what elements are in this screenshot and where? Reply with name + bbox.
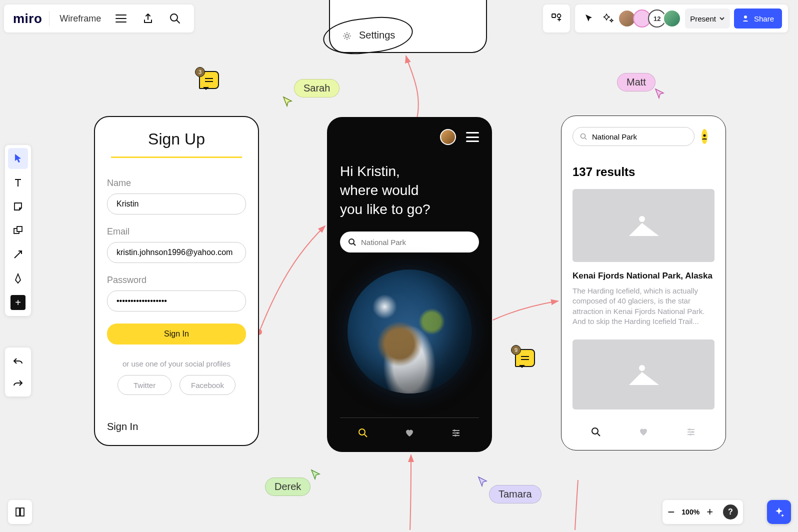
cursor-arrow-icon [282,96,294,108]
hamburger-icon [116,14,126,23]
svg-point-12 [456,432,458,434]
select-tool[interactable] [8,148,28,169]
earth-image [348,270,472,394]
search-icon [348,238,356,246]
search-input[interactable] [361,238,471,246]
frames-panel-button[interactable] [8,500,32,524]
results-bottom-tabs [572,427,714,439]
redo-button[interactable] [8,372,28,394]
zoom-controls: − 100% + ? [662,500,743,524]
shape-tool[interactable] [8,220,28,241]
sliders-icon [451,428,461,438]
svg-point-10 [359,429,365,435]
svg-point-17 [688,428,690,430]
name-label: Name [107,178,246,188]
menu-button[interactable] [466,132,479,142]
user-avatar[interactable] [440,129,456,145]
collaborator-avatars[interactable]: 12 [621,10,681,28]
tab-search[interactable] [358,428,368,440]
password-input[interactable] [107,290,246,312]
comment-thread[interactable]: 9 [515,349,535,367]
sticky-icon [13,202,23,212]
svg-rect-21 [20,508,24,516]
export-button[interactable] [138,8,158,28]
comment-count: 9 [511,345,521,355]
plus-icon: + [10,295,26,310]
pen-tool[interactable] [8,268,28,289]
search-field[interactable] [340,232,479,252]
text-tool[interactable] [8,172,28,193]
greeting-line: you like to go? [340,200,479,219]
search-icon [591,427,601,437]
facebook-button[interactable]: Facebook [180,375,236,395]
svg-point-9 [349,239,354,244]
result-title[interactable]: Kenai Fjords National Park, Alaska [572,271,714,281]
zoom-level[interactable]: 100% [682,508,700,516]
social-hint: or use one of your social profiles [107,360,246,368]
name-input[interactable] [107,194,246,214]
password-label: Password [107,275,246,286]
svg-rect-3 [552,14,556,18]
svg-point-15 [704,134,706,137]
result-image-placeholder [572,189,714,262]
reactions-button[interactable] [601,8,617,28]
greeting-text: Hi Kristin, where would you like to go? [340,162,479,218]
zoom-in-button[interactable]: + [706,506,713,518]
cursor-sarah: Sarah [294,79,340,98]
cursor-mode-button[interactable] [581,8,597,28]
tab-filters[interactable] [686,427,696,439]
heart-icon [404,428,414,438]
miro-logo[interactable]: miro [13,11,42,26]
email-input[interactable] [107,242,246,263]
comment-lines-icon [204,78,214,82]
toolbelt: + [5,145,31,316]
shapes-icon [13,226,23,236]
undo-button[interactable] [8,350,28,372]
svg-rect-7 [17,226,22,232]
tab-search[interactable] [591,427,601,439]
comment-thread[interactable]: 3 [199,71,219,89]
svg-point-11 [454,430,456,432]
main-menu-button[interactable] [111,8,131,28]
cursor-arrow-icon [310,469,322,481]
apps-button[interactable] [543,4,570,32]
cursor-arrow-icon [477,476,489,488]
result-image-placeholder [572,340,714,410]
help-button[interactable]: ? [723,504,738,520]
search-icon [170,13,180,24]
results-count: 137 results [572,165,714,179]
board-name[interactable]: Wireframe [56,14,104,24]
arrow-icon [13,250,23,260]
sticky-tool[interactable] [8,196,28,217]
tab-favorites[interactable] [638,427,648,439]
comment-lines-icon [520,356,530,360]
submit-button[interactable]: Sign In [107,324,246,344]
svg-point-14 [581,134,586,138]
arrow-tool[interactable] [8,244,28,265]
avatar[interactable] [663,10,681,28]
tab-favorites[interactable] [404,428,414,440]
svg-point-16 [592,428,598,434]
signin-link[interactable]: Sign In [107,421,246,432]
tab-filters[interactable] [451,428,461,440]
share-button[interactable]: Share [734,8,782,28]
user-avatar-small[interactable] [702,129,708,144]
signup-title: Sign Up [111,130,242,158]
twitter-button[interactable]: Twitter [118,375,172,395]
image-icon [629,215,658,236]
search-frame[interactable]: Hi Kristin, where would you like to go? [327,117,492,452]
search-button[interactable] [165,8,185,28]
results-search-field[interactable] [572,127,694,146]
results-search-input[interactable] [592,132,687,141]
cursor-filled-icon [584,14,594,24]
sliders-icon [686,427,696,437]
signup-frame[interactable]: Sign Up Name Email Password Sign In or u… [94,116,259,446]
present-button[interactable]: Present [685,8,730,28]
zoom-out-button[interactable]: − [668,505,674,519]
more-tools[interactable]: + [8,292,28,313]
svg-point-18 [692,431,694,433]
results-frame[interactable]: 137 results Kenai Fjords National Park, … [561,116,726,450]
ai-assist-button[interactable] [767,500,791,524]
sparkle-icon [604,13,614,24]
greeting-line: Hi Kristin, [340,162,479,181]
